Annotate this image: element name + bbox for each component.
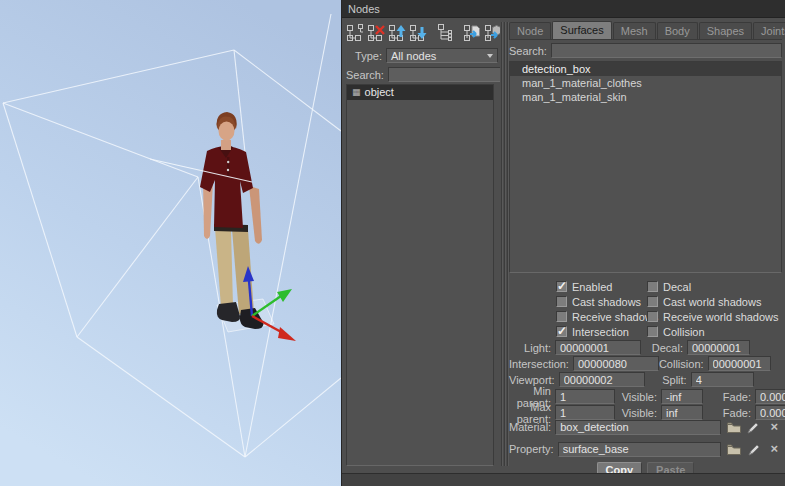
min-parent-field[interactable] (555, 389, 615, 404)
properties-tabs: Node Surfaces Mesh Body Shapes Joints (509, 22, 782, 40)
min-fade-label: Fade: (709, 391, 755, 403)
decal-label: Decal: (641, 342, 687, 354)
panel-footer (342, 473, 785, 486)
node-add-icon[interactable] (346, 23, 366, 43)
intersection-mask-field[interactable] (573, 356, 659, 371)
material-label: Material: (509, 421, 555, 433)
surface-item[interactable]: man_1_material_skin (510, 90, 781, 104)
intersection-label: Intersection: (509, 358, 573, 370)
cast-shadows-checkbox[interactable] (556, 296, 567, 307)
material-edit-button[interactable] (746, 420, 761, 434)
decal-mask-field[interactable] (687, 340, 750, 355)
min-visible-label: Visible: (615, 391, 661, 403)
property-browse-button[interactable] (726, 442, 741, 456)
tab-shapes[interactable]: Shapes (699, 22, 752, 39)
surface-params: Light: Decal: Intersection: Collision: V… (509, 340, 782, 421)
panel-title: Nodes (342, 0, 785, 18)
surface-item[interactable]: man_1_material_clothes (510, 76, 781, 90)
node-type-dropdown[interactable]: All nodes (386, 48, 498, 63)
node-move-up-icon[interactable] (388, 23, 408, 43)
max-visible-label: Visible: (615, 407, 661, 419)
node-properties-pane: Node Surfaces Mesh Body Shapes Joints Se… (509, 22, 782, 480)
chevron-down-icon (487, 54, 493, 58)
property-label: Property: (509, 443, 558, 455)
man-neck (221, 140, 231, 150)
node-clone-icon[interactable] (463, 23, 483, 43)
cast-world-shadows-checkbox[interactable] (647, 296, 658, 307)
tree-item-object[interactable]: ▦ object (347, 85, 493, 100)
property-edit-button[interactable] (747, 442, 762, 456)
folder-icon (727, 422, 741, 433)
receive-shadows-checkbox[interactable] (556, 311, 567, 322)
surface-options: Enabled Decal Cast shadows Cast world sh… (509, 279, 782, 339)
max-parent-field[interactable] (555, 405, 615, 420)
material-clear-button[interactable]: × (767, 420, 782, 434)
viewport-mask-field[interactable] (559, 372, 645, 387)
object-cube-icon: ▦ (352, 88, 361, 97)
clear-icon: × (771, 421, 779, 433)
collision-mask-field[interactable] (708, 356, 771, 371)
tab-mesh[interactable]: Mesh (613, 22, 656, 39)
surface-item[interactable]: detection_box (510, 62, 781, 76)
app-window: Nodes (0, 0, 785, 486)
material-field[interactable] (555, 420, 721, 435)
property-field[interactable] (558, 442, 722, 457)
surface-search-input[interactable] (551, 43, 782, 58)
min-visible-field[interactable] (661, 389, 703, 404)
node-move-down-icon[interactable] (409, 23, 429, 43)
node-list-pane: Type: All nodes Search: ▦ object (346, 22, 498, 466)
type-label: Type: (346, 50, 386, 62)
property-clear-button[interactable]: × (767, 442, 782, 456)
tab-surfaces[interactable]: Surfaces (552, 21, 611, 39)
man-left-shoe (217, 302, 240, 322)
decal-checkbox[interactable] (647, 281, 658, 292)
tab-joints[interactable]: Joints (753, 22, 785, 39)
intersection-checkbox[interactable] (556, 326, 567, 337)
nodes-panel: Nodes (341, 0, 785, 486)
receive-world-shadows-checkbox[interactable] (647, 311, 658, 322)
material-browse-button[interactable] (726, 420, 741, 434)
clear-icon: × (771, 443, 779, 455)
tab-body[interactable]: Body (657, 22, 698, 39)
nodes-toolbar (346, 22, 505, 44)
max-fade-field[interactable] (755, 405, 785, 420)
pencil-icon (748, 443, 761, 456)
node-remove-icon[interactable] (367, 23, 387, 43)
man-placket (227, 157, 230, 177)
viewport-3d[interactable] (0, 0, 341, 486)
surfaces-list[interactable]: detection_box man_1_material_clothes man… (509, 61, 782, 273)
max-visible-field[interactable] (661, 405, 703, 420)
light-mask-field[interactable] (555, 340, 641, 355)
collision-checkbox[interactable] (647, 326, 658, 337)
viewport-scene (0, 0, 341, 486)
min-fade-field[interactable] (755, 389, 785, 404)
light-label: Light: (509, 342, 555, 354)
surface-search-label: Search: (509, 45, 551, 57)
sky-background (0, 0, 341, 486)
split-field[interactable] (691, 372, 754, 387)
node-hierarchy-icon[interactable] (436, 23, 456, 43)
split-label: Split: (645, 374, 691, 386)
enabled-checkbox[interactable] (556, 281, 567, 292)
man-face (219, 122, 235, 141)
node-type-value: All nodes (391, 50, 436, 62)
pencil-icon (747, 421, 760, 434)
max-fade-label: Fade: (709, 407, 755, 419)
tab-node[interactable]: Node (509, 22, 551, 39)
panel-splitter[interactable] (500, 22, 509, 466)
node-search-label: Search: (346, 69, 388, 81)
collision-label: Collision: (659, 358, 708, 370)
node-tree[interactable]: ▦ object (346, 84, 494, 466)
folder-icon (727, 444, 741, 455)
